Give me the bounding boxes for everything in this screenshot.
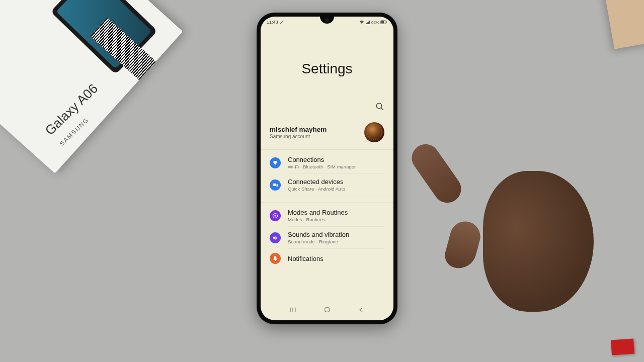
phone-screen: 11:48 62% Settings mischief may — [261, 17, 393, 320]
search-button[interactable] — [375, 102, 384, 111]
svg-rect-13 — [325, 308, 329, 312]
status-indicator-icon — [280, 20, 284, 24]
svg-line-4 — [381, 108, 383, 110]
status-time: 11:48 — [267, 20, 278, 25]
svg-point-8 — [275, 215, 276, 216]
item-subtitle: Sound mode · Ringtone — [288, 239, 349, 244]
back-button[interactable] — [358, 306, 365, 315]
page-title: Settings — [261, 61, 393, 77]
recents-icon — [289, 306, 296, 313]
item-subtitle: Quick Share · Android Auto — [288, 186, 345, 192]
settings-item-connections[interactable]: Connections Wi-Fi · Bluetooth · SIM mana… — [261, 152, 393, 173]
settings-item-modes-routines[interactable]: Modes and Routines Modes · Routines — [261, 205, 393, 226]
wood-block — [604, 0, 644, 49]
navigation-bar — [261, 303, 393, 318]
item-title: Modes and Routines — [288, 209, 348, 216]
product-box: Galaxy A06 SAMSUNG — [0, 0, 183, 173]
svg-rect-5 — [273, 184, 276, 186]
item-subtitle: Modes · Routines — [288, 217, 348, 222]
item-title: Connections — [288, 156, 356, 163]
account-row[interactable]: mischief mayhem Samsung account — [261, 115, 393, 150]
wifi-icon — [270, 157, 281, 168]
svg-point-3 — [376, 103, 382, 109]
search-icon — [375, 102, 384, 111]
settings-item-sounds-vibration[interactable]: Sounds and vibration Sound mode · Ringto… — [261, 227, 393, 248]
item-subtitle: Wi-Fi · Bluetooth · SIM manager — [288, 164, 356, 169]
settings-item-notifications[interactable]: Notifications — [261, 249, 393, 268]
home-button[interactable] — [324, 306, 331, 315]
svg-rect-1 — [381, 21, 384, 24]
recents-button[interactable] — [289, 306, 296, 315]
bell-icon — [270, 253, 281, 264]
wifi-icon — [359, 20, 364, 24]
speaker-icon — [270, 232, 281, 243]
phone-device: 11:48 62% Settings mischief may — [257, 13, 397, 324]
svg-rect-2 — [386, 21, 387, 23]
back-icon — [358, 306, 365, 313]
red-tab-logo — [611, 338, 634, 355]
modes-icon — [270, 210, 281, 221]
svg-point-9 — [275, 260, 276, 261]
devices-icon — [270, 179, 281, 191]
home-icon — [324, 306, 331, 313]
battery-icon — [380, 20, 387, 24]
account-subtitle: Samsung account — [270, 134, 327, 139]
avatar[interactable] — [364, 122, 384, 142]
status-battery: 62% — [371, 20, 379, 25]
account-name: mischief mayhem — [270, 126, 327, 133]
item-title: Connected devices — [288, 178, 345, 186]
settings-item-connected-devices[interactable]: Connected devices Quick Share · Android … — [261, 174, 393, 196]
svg-rect-6 — [277, 184, 278, 187]
hand — [433, 141, 594, 342]
item-title: Notifications — [288, 255, 324, 262]
signal-icon — [365, 20, 370, 24]
item-title: Sounds and vibration — [288, 231, 349, 238]
settings-header: Settings — [261, 26, 393, 102]
